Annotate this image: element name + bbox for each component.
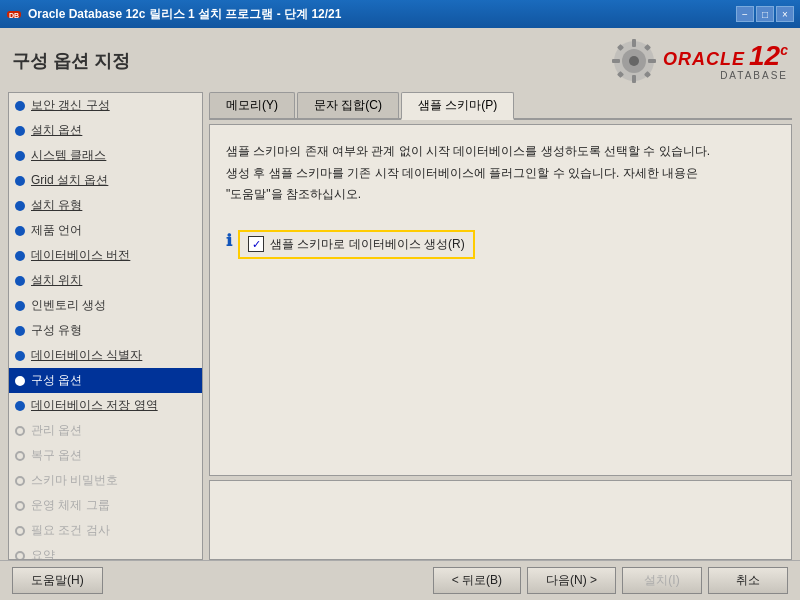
sidebar-bullet-summary <box>15 551 25 561</box>
sidebar-bullet-schema-pwd <box>15 476 25 486</box>
install-button[interactable]: 설치(I) <box>622 567 702 594</box>
oracle-app-icon: DB <box>6 6 22 22</box>
oracle-version: 12c <box>749 42 788 70</box>
sidebar-item-security[interactable]: 보안 갱신 구성 <box>9 93 202 118</box>
sidebar-item-label-install-type: 설치 유형 <box>31 197 82 214</box>
sidebar-item-label-inventory: 인벤토리 생성 <box>31 297 106 314</box>
sidebar-bullet-db-storage <box>15 401 25 411</box>
sidebar: 보안 갱신 구성 설치 옵션 시스템 클래스 Grid 설치 옵션 설치 유형 … <box>8 92 203 560</box>
sidebar-item-label-summary: 요약 <box>31 547 55 560</box>
svg-rect-7 <box>612 59 620 63</box>
footer-right: < 뒤로(B) 다음(N) > 설치(I) 취소 <box>433 567 788 594</box>
sidebar-item-inventory[interactable]: 인벤토리 생성 <box>9 293 202 318</box>
sidebar-item-install-type[interactable]: 설치 유형 <box>9 193 202 218</box>
sidebar-item-install-loc[interactable]: 설치 위치 <box>9 268 202 293</box>
sidebar-item-label-system-class: 시스템 클래스 <box>31 147 106 164</box>
svg-rect-6 <box>632 75 636 83</box>
title-bar: DB Oracle Database 12c 릴리스 1 설치 프로그램 - 단… <box>0 0 800 28</box>
content-area: 보안 갱신 구성 설치 옵션 시스템 클래스 Grid 설치 옵션 설치 유형 … <box>0 92 800 560</box>
sidebar-bullet-mgmt-options <box>15 426 25 436</box>
help-button[interactable]: 도움말(H) <box>12 567 103 594</box>
sidebar-item-os-group: 운영 체제 그룹 <box>9 493 202 518</box>
sidebar-bullet-product-lang <box>15 226 25 236</box>
sidebar-bullet-install-loc <box>15 276 25 286</box>
title-bar-left: DB Oracle Database 12c 릴리스 1 설치 프로그램 - 단… <box>6 6 341 23</box>
footer-left: 도움말(H) <box>12 567 103 594</box>
tab-sample-schema[interactable]: 샘플 스키마(P) <box>401 92 514 120</box>
sidebar-item-db-version[interactable]: 데이터베이스 버전 <box>9 243 202 268</box>
sidebar-bullet-recovery <box>15 451 25 461</box>
page-title: 구성 옵션 지정 <box>12 49 130 73</box>
sidebar-bullet-config-options <box>15 376 25 386</box>
sidebar-item-label-db-version: 데이터베이스 버전 <box>31 247 130 264</box>
sidebar-bullet-system-class <box>15 151 25 161</box>
title-bar-text: Oracle Database 12c 릴리스 1 설치 프로그램 - 단계 1… <box>28 6 341 23</box>
maximize-button[interactable]: □ <box>756 6 774 22</box>
minimize-button[interactable]: − <box>736 6 754 22</box>
sidebar-bullet-install-options <box>15 126 25 136</box>
sidebar-bullet-config-type <box>15 326 25 336</box>
sidebar-item-summary: 요약 <box>9 543 202 560</box>
sidebar-item-system-class[interactable]: 시스템 클래스 <box>9 143 202 168</box>
sidebar-item-schema-pwd: 스키마 비밀번호 <box>9 468 202 493</box>
sidebar-bullet-os-group <box>15 501 25 511</box>
tab-charset[interactable]: 문자 집합(C) <box>297 92 399 118</box>
sidebar-item-label-product-lang: 제품 언어 <box>31 222 82 239</box>
sidebar-item-label-install-options: 설치 옵션 <box>31 122 82 139</box>
bottom-text-area <box>209 480 792 560</box>
sidebar-item-label-security: 보안 갱신 구성 <box>31 97 110 114</box>
sidebar-bullet-db-id <box>15 351 25 361</box>
sidebar-item-mgmt-options: 관리 옵션 <box>9 418 202 443</box>
sidebar-bullet-install-type <box>15 201 25 211</box>
sidebar-item-db-storage[interactable]: 데이터베이스 저장 영역 <box>9 393 202 418</box>
sidebar-item-label-os-group: 운영 체제 그룹 <box>31 497 110 514</box>
sidebar-item-grid-install[interactable]: Grid 설치 옵션 <box>9 168 202 193</box>
create-sample-schema-row[interactable]: ✓ 샘플 스키마로 데이터베이스 생성(R) <box>238 230 475 259</box>
sidebar-item-label-db-storage: 데이터베이스 저장 영역 <box>31 397 158 414</box>
sidebar-bullet-grid-install <box>15 176 25 186</box>
tabs: 메모리(Y) 문자 집합(C) 샘플 스키마(P) <box>209 92 792 120</box>
info-icon: ℹ <box>226 231 232 250</box>
right-panel: 메모리(Y) 문자 집합(C) 샘플 스키마(P) 샘플 스키마의 존재 여부와… <box>209 92 792 560</box>
title-bar-controls: − □ × <box>736 6 794 22</box>
sidebar-bullet-security <box>15 101 25 111</box>
header: 구성 옵션 지정 ORACLE 12c <box>0 28 800 92</box>
sidebar-item-label-install-loc: 설치 위치 <box>31 272 82 289</box>
sidebar-item-recovery: 복구 옵션 <box>9 443 202 468</box>
svg-text:DB: DB <box>9 12 19 19</box>
sidebar-bullet-prereq <box>15 526 25 536</box>
sidebar-item-label-schema-pwd: 스키마 비밀번호 <box>31 472 118 489</box>
svg-rect-8 <box>648 59 656 63</box>
sidebar-item-label-recovery: 복구 옵션 <box>31 447 82 464</box>
oracle-logo: ORACLE 12c DATABASE <box>609 36 788 86</box>
sidebar-item-product-lang[interactable]: 제품 언어 <box>9 218 202 243</box>
checkbox-container: ℹ ✓ 샘플 스키마로 데이터베이스 생성(R) <box>226 222 775 259</box>
sidebar-item-label-config-options: 구성 옵션 <box>31 372 82 389</box>
create-sample-schema-label: 샘플 스키마로 데이터베이스 생성(R) <box>270 236 465 253</box>
sidebar-bullet-db-version <box>15 251 25 261</box>
sidebar-item-label-mgmt-options: 관리 옵션 <box>31 422 82 439</box>
main-container: 구성 옵션 지정 ORACLE 12c <box>0 28 800 600</box>
close-button[interactable]: × <box>776 6 794 22</box>
sidebar-item-prereq: 필요 조건 검사 <box>9 518 202 543</box>
oracle-gear-icon <box>609 36 659 86</box>
next-button[interactable]: 다음(N) > <box>527 567 616 594</box>
create-sample-schema-checkbox[interactable]: ✓ <box>248 236 264 252</box>
sidebar-bullet-inventory <box>15 301 25 311</box>
sidebar-item-label-grid-install: Grid 설치 옵션 <box>31 172 108 189</box>
footer: 도움말(H) < 뒤로(B) 다음(N) > 설치(I) 취소 <box>0 560 800 600</box>
oracle-db: DATABASE <box>720 70 788 81</box>
svg-rect-5 <box>632 39 636 47</box>
sample-schema-description: 샘플 스키마의 존재 여부와 관계 없이 시작 데이터베이스를 생성하도록 선택… <box>226 141 775 206</box>
sidebar-item-config-type[interactable]: 구성 유형 <box>9 318 202 343</box>
back-button[interactable]: < 뒤로(B) <box>433 567 521 594</box>
tab-content-sample-schema: 샘플 스키마의 존재 여부와 관계 없이 시작 데이터베이스를 생성하도록 선택… <box>209 124 792 476</box>
sidebar-item-label-db-id: 데이터베이스 식별자 <box>31 347 142 364</box>
sidebar-item-db-id[interactable]: 데이터베이스 식별자 <box>9 343 202 368</box>
cancel-button[interactable]: 취소 <box>708 567 788 594</box>
sidebar-item-label-config-type: 구성 유형 <box>31 322 82 339</box>
tab-memory[interactable]: 메모리(Y) <box>209 92 295 118</box>
oracle-logo-text: ORACLE 12c DATABASE <box>663 42 788 81</box>
sidebar-item-install-options[interactable]: 설치 옵션 <box>9 118 202 143</box>
sidebar-item-config-options[interactable]: 구성 옵션 <box>9 368 202 393</box>
